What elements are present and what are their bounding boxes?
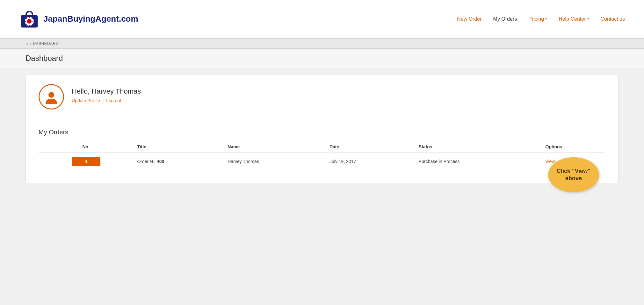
table-row: 4 Order N.: 400 Harvey Thomas July 19, 2…	[39, 153, 605, 170]
order-date-cell: July 19, 2017	[326, 153, 415, 170]
col-name: Name	[224, 141, 326, 153]
order-status-cell: Purchase in Process	[415, 153, 542, 170]
order-title-prefix: Order N.:	[137, 159, 156, 164]
profile-section: Hello, Harvey Thomas Update Profile | Lo…	[39, 84, 605, 119]
order-title-cell: Order N.: 400	[133, 153, 224, 170]
page-title: Dashboard	[25, 54, 619, 63]
user-icon	[44, 90, 58, 104]
orders-table: No. Title Name Date Status Options 4	[39, 141, 605, 170]
main-nav: New Order My Orders Pricing ▾ Help Cente…	[457, 16, 625, 22]
orders-title: My Orders	[39, 129, 605, 136]
site-header: JapanBuyingAgent.com New Order My Orders…	[0, 0, 644, 38]
avatar	[39, 84, 64, 110]
order-no-cell: 4	[39, 153, 133, 170]
svg-point-2	[27, 19, 32, 24]
profile-info: Hello, Harvey Thomas Update Profile | Lo…	[72, 84, 141, 103]
logo-text: JapanBuyingAgent.com	[43, 14, 138, 24]
col-date: Date	[326, 141, 415, 153]
logo-icon	[19, 9, 40, 29]
breadcrumb-current: DASHBOARD	[33, 41, 59, 46]
col-status: Status	[415, 141, 542, 153]
breadcrumb-separator: ›	[30, 42, 31, 46]
nav-help-center[interactable]: Help Center ▾	[559, 16, 589, 22]
order-name-cell: Harvey Thomas	[224, 153, 326, 170]
profile-links: Update Profile | Log out	[72, 98, 141, 103]
svg-point-11	[48, 92, 54, 98]
dashboard-card: Hello, Harvey Thomas Update Profile | Lo…	[25, 74, 619, 183]
logo-area: JapanBuyingAgent.com	[19, 9, 138, 29]
nav-my-orders[interactable]: My Orders	[493, 16, 517, 22]
page-title-area: Dashboard	[0, 49, 644, 68]
update-profile-link[interactable]: Update Profile	[72, 98, 100, 103]
greeting-text: Hello, Harvey Thomas	[72, 87, 141, 96]
orders-table-header: No. Title Name Date Status Options	[39, 141, 605, 153]
order-title-number: 400	[157, 159, 164, 164]
orders-table-body: 4 Order N.: 400 Harvey Thomas July 19, 2…	[39, 153, 605, 170]
orders-section: My Orders No. Title Name Date Status Opt…	[39, 129, 605, 170]
main-content: Hello, Harvey Thomas Update Profile | Lo…	[0, 68, 644, 196]
order-no-badge: 4	[72, 157, 100, 166]
svg-line-8	[32, 24, 33, 25]
breadcrumb-home-icon[interactable]: ⌂	[25, 41, 28, 46]
nav-contact-us[interactable]: Contact us	[601, 16, 625, 22]
view-order-link[interactable]: View	[545, 159, 555, 164]
svg-line-10	[26, 24, 27, 25]
col-no: No.	[39, 141, 133, 153]
logout-link[interactable]: Log out	[106, 98, 121, 103]
svg-line-7	[26, 18, 27, 19]
col-title: Title	[133, 141, 224, 153]
help-chevron-icon: ▾	[587, 17, 589, 21]
nav-pricing[interactable]: Pricing ▾	[528, 16, 547, 22]
nav-new-order[interactable]: New Order	[457, 16, 481, 22]
pricing-chevron-icon: ▾	[545, 17, 547, 21]
tooltip-balloon: Click "View" above	[548, 157, 599, 192]
breadcrumb: ⌂ › DASHBOARD	[0, 38, 644, 49]
svg-line-9	[32, 18, 33, 19]
tooltip-text: Click "View" above	[553, 167, 594, 182]
col-options: Options	[541, 141, 605, 153]
link-separator: |	[103, 98, 104, 103]
